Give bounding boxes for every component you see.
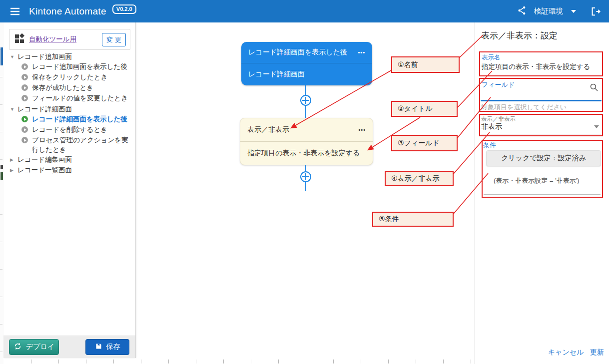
field-input-underline — [481, 100, 602, 101]
tree-item-label: フィールドの値を変更したとき — [32, 93, 128, 103]
page-edge-ruler — [0, 22, 3, 364]
tree-item[interactable]: レコードを削除するとき — [3, 125, 135, 135]
display-name-label: 表示名 — [482, 53, 501, 62]
flow-canvas: レコード詳細画面を表示した後 ••• レコード詳細画面 表示／非表示 ••• 指… — [136, 22, 475, 364]
top-app-bar: Kintone Automate V0.2.0 検証環境 — [0, 0, 609, 22]
add-step-button[interactable] — [300, 171, 312, 183]
condition-expression: (表示・非表示設定 = '非表示') — [494, 176, 579, 185]
trigger-node-subtitle: レコード詳細画面 — [248, 70, 305, 79]
tree-item[interactable]: レコード追加画面を表示した後 — [3, 62, 135, 72]
app-icon — [14, 33, 24, 45]
dropdown-caret-icon[interactable] — [594, 125, 599, 128]
tree-item[interactable]: プロセス管理のアクションを実行したとき — [3, 135, 135, 154]
tree-group-record-detail[interactable]: ▼ レコード詳細画面 — [3, 104, 135, 114]
tree-item[interactable]: 保存をクリックしたとき — [3, 72, 135, 83]
event-icon — [21, 95, 28, 101]
change-app-button[interactable]: 変 更 — [102, 33, 126, 46]
tree-item[interactable]: 保存が成功したとき — [3, 83, 135, 93]
trigger-node[interactable]: レコード詳細画面を表示した後 ••• レコード詳細画面 — [241, 42, 372, 85]
save-button[interactable]: 保存 — [85, 339, 129, 355]
event-icon — [21, 63, 28, 70]
condition-label: 条件 — [483, 141, 496, 150]
annotation-frame-condition — [482, 140, 603, 198]
cancel-link[interactable]: キャンセル — [548, 348, 584, 357]
event-icon — [21, 74, 28, 80]
tree-item-selected[interactable]: レコード詳細画面を表示した後 — [3, 114, 135, 125]
annotation-label: ②タイトル — [398, 104, 433, 113]
tree-item-label: レコードを削除するとき — [32, 125, 107, 134]
search-icon[interactable] — [590, 83, 599, 94]
action-node-title: 表示／非表示 — [247, 125, 289, 134]
event-icon-active — [21, 116, 28, 122]
field-input-placeholder[interactable]: 対象項目を選択してください — [481, 103, 567, 112]
app-selector-box: 自動化ツール用 変 更 — [9, 29, 130, 50]
node-menu-icon[interactable]: ••• — [358, 127, 366, 133]
tree-group-label: レコード一覧画面 — [17, 166, 72, 175]
app-name-link[interactable]: 自動化ツール用 — [29, 35, 76, 44]
annotation-box-name: ①名前 — [391, 56, 460, 73]
tree-item-label: レコード詳細画面を表示した後 — [32, 114, 127, 124]
hamburger-menu-icon[interactable] — [8, 5, 21, 18]
caret-right-icon: ▶ — [10, 168, 15, 173]
annotation-box-title: ②タイトル — [391, 101, 458, 117]
panel-title: 表示／非表示：設定 — [481, 30, 558, 41]
save-button-label: 保存 — [106, 343, 120, 352]
tree-item[interactable]: フィールドの値を変更したとき — [3, 93, 135, 104]
action-node-subtitle: 指定項目の表示・非表示を設定する — [247, 149, 360, 158]
visibility-select-label: 表示／非表示 — [481, 115, 516, 123]
annotation-label: ⑤条件 — [379, 215, 399, 224]
annotation-box-field: ③フィールド — [391, 135, 458, 151]
tree-item-label: プロセス管理のアクションを実行したとき — [32, 135, 134, 154]
annotation-label: ③フィールド — [398, 139, 440, 148]
event-icon — [21, 137, 28, 143]
caret-down-icon: ▼ — [10, 54, 15, 59]
event-icon — [21, 126, 28, 133]
caret-down-icon: ▼ — [10, 107, 15, 112]
event-icon — [21, 84, 28, 91]
divider — [484, 194, 601, 195]
deploy-button[interactable]: デプロイ — [9, 339, 59, 355]
update-link[interactable]: 更新 — [590, 348, 604, 357]
app-title: Kintone Automate — [29, 6, 106, 17]
annotation-label: ④表示／非表示 — [391, 174, 440, 183]
annotation-box-visibility: ④表示／非表示 — [385, 171, 454, 186]
tree-group-record-add[interactable]: ▼ レコード追加画面 — [3, 51, 135, 62]
deploy-button-label: デプロイ — [26, 343, 54, 352]
visibility-select-underline — [481, 134, 602, 134]
environment-label[interactable]: 検証環境 — [534, 6, 563, 16]
visibility-select-value[interactable]: 非表示 — [481, 122, 502, 131]
caret-right-icon: ▶ — [10, 157, 15, 162]
display-name-value[interactable]: 指定項目の表示・非表示を設定する — [482, 62, 590, 71]
sidebar-footer: デプロイ 保存 — [3, 336, 135, 358]
tree-group-label: レコード追加画面 — [17, 52, 72, 61]
chevron-down-icon[interactable] — [571, 10, 576, 13]
tree-item-label: レコード追加画面を表示した後 — [32, 62, 127, 71]
annotation-label: ①名前 — [398, 60, 418, 69]
event-tree: ▼ レコード追加画面 レコード追加画面を表示した後 保存をクリックしたとき 保存… — [3, 51, 135, 175]
tree-group-record-edit[interactable]: ▶ レコード編集画面 — [3, 154, 135, 165]
trigger-node-title: レコード詳細画面を表示した後 — [248, 48, 347, 57]
settings-panel: 表示／非表示：設定 表示名 指定項目の表示・非表示を設定する フィールド 対象項… — [475, 22, 609, 364]
version-badge: V0.2.0 — [112, 4, 136, 14]
tree-item-label: 保存が成功したとき — [32, 83, 93, 92]
sync-icon — [13, 342, 22, 352]
tree-group-label: レコード編集画面 — [17, 155, 72, 164]
field-label: フィールド — [482, 80, 515, 89]
sidebar: 自動化ツール用 変 更 ▼ レコード追加画面 レコード追加画面を表示した後 保存… — [3, 22, 136, 358]
condition-set-button[interactable]: クリックで設定：設定済み — [486, 150, 601, 166]
logout-icon[interactable] — [590, 6, 601, 17]
tree-group-record-list[interactable]: ▶ レコード一覧画面 — [3, 165, 135, 175]
share-icon[interactable] — [517, 5, 527, 17]
add-step-button[interactable] — [300, 94, 312, 106]
tree-group-label: レコード詳細画面 — [17, 105, 72, 114]
save-icon — [95, 343, 102, 352]
node-menu-icon[interactable]: ••• — [358, 49, 365, 55]
annotation-box-condition: ⑤条件 — [372, 212, 454, 227]
action-node[interactable]: 表示／非表示 ••• 指定項目の表示・非表示を設定する — [240, 118, 373, 165]
tree-item-label: 保存をクリックしたとき — [32, 72, 107, 82]
